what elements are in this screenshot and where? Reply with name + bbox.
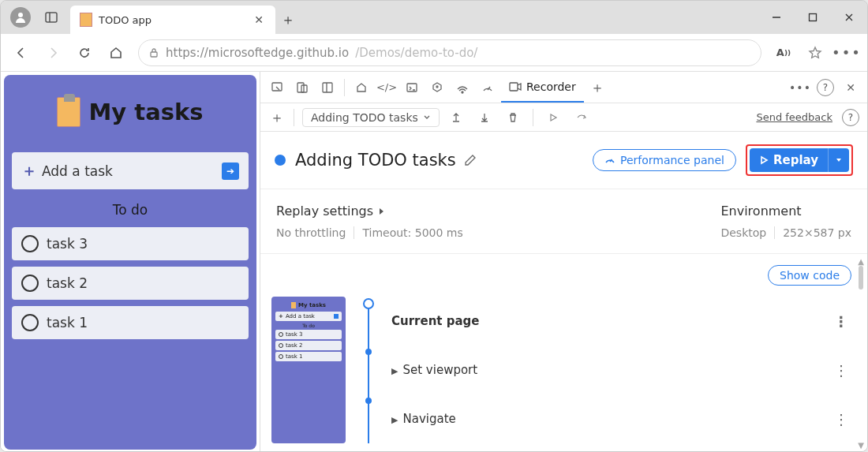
task-item[interactable]: task 1 bbox=[12, 306, 249, 339]
window-controls bbox=[758, 1, 867, 34]
scroll-down-icon[interactable]: ▼ bbox=[858, 441, 864, 450]
step-set-viewport[interactable]: ▶Set viewport ⋮ bbox=[391, 346, 851, 394]
scrollbar[interactable]: ▲ ▼ bbox=[856, 254, 866, 452]
show-code-button[interactable]: Show code bbox=[768, 265, 851, 286]
recorder-tab-label: Recorder bbox=[526, 80, 576, 93]
more-tools-icon[interactable]: ••• bbox=[788, 76, 812, 99]
step-icon[interactable] bbox=[570, 106, 593, 129]
timeout-value: Timeout: 5000 ms bbox=[354, 226, 462, 239]
delete-icon[interactable] bbox=[501, 106, 525, 129]
performance-icon[interactable] bbox=[476, 76, 499, 99]
elements-icon[interactable]: </> bbox=[375, 76, 398, 99]
edit-icon[interactable] bbox=[464, 154, 477, 166]
recorder-body: Show code My tasks +Add a task To do tas… bbox=[260, 254, 867, 452]
svg-rect-9 bbox=[297, 83, 304, 92]
recording-dot-icon bbox=[275, 155, 286, 166]
devtools-panel: </> Recorder ＋ ••• ? ✕ ＋ Adding TODO tas… bbox=[260, 72, 867, 452]
scroll-thumb[interactable] bbox=[859, 266, 863, 290]
step-current-page[interactable]: Current page ⋮ bbox=[391, 297, 851, 346]
new-tab-button[interactable]: ＋ bbox=[275, 6, 301, 34]
help-icon[interactable]: ? bbox=[814, 76, 837, 99]
add-task-input[interactable]: ＋ Add a task ➔ bbox=[12, 152, 249, 189]
play-icon[interactable] bbox=[541, 106, 565, 129]
svg-point-0 bbox=[18, 13, 23, 17]
forward-button bbox=[39, 39, 67, 67]
url-path: /Demos/demo-to-do/ bbox=[355, 46, 477, 60]
inspect-icon[interactable] bbox=[265, 76, 289, 99]
svg-point-14 bbox=[436, 86, 438, 88]
recording-selector[interactable]: Adding TODO tasks bbox=[302, 108, 440, 127]
timeline-track bbox=[357, 297, 380, 443]
back-button[interactable] bbox=[7, 39, 36, 67]
tab-actions-icon[interactable] bbox=[40, 6, 62, 28]
replay-button-highlight: Replay bbox=[746, 144, 853, 176]
maximize-button[interactable] bbox=[795, 1, 831, 34]
task-item[interactable]: task 3 bbox=[12, 227, 249, 260]
home-button[interactable] bbox=[102, 39, 130, 67]
step-menu-icon[interactable]: ⋮ bbox=[831, 313, 851, 330]
svg-rect-7 bbox=[151, 52, 157, 57]
step-navigate[interactable]: ▶Navigate ⋮ bbox=[391, 394, 851, 443]
browser-tab[interactable]: TODO app ✕ bbox=[70, 6, 275, 34]
scroll-up-icon[interactable]: ▲ bbox=[858, 257, 864, 266]
env-size: 252×587 px bbox=[774, 226, 851, 239]
address-bar[interactable]: https://microsoftedge.github.io/Demos/de… bbox=[138, 39, 761, 66]
page-thumbnail: My tasks +Add a task To do task 3 task 2… bbox=[271, 297, 346, 443]
close-window-button[interactable] bbox=[831, 1, 867, 34]
recording-title: Adding TODO tasks bbox=[295, 151, 456, 170]
svg-rect-1 bbox=[46, 13, 57, 22]
replay-dropdown[interactable] bbox=[828, 148, 849, 172]
recorder-tab[interactable]: Recorder bbox=[501, 73, 584, 103]
device-icon[interactable] bbox=[290, 76, 314, 99]
step-menu-icon[interactable]: ⋮ bbox=[831, 411, 851, 428]
task-item[interactable]: task 2 bbox=[12, 267, 249, 300]
task-label: task 3 bbox=[47, 236, 88, 252]
step-menu-icon[interactable]: ⋮ bbox=[831, 362, 851, 379]
submit-arrow-icon[interactable]: ➔ bbox=[222, 162, 239, 180]
add-tab-icon[interactable]: ＋ bbox=[586, 76, 609, 99]
svg-rect-13 bbox=[407, 84, 417, 92]
replay-label: Replay bbox=[773, 153, 818, 167]
recording-header: Adding TODO tasks Performance panel Repl… bbox=[260, 132, 867, 189]
devtools-tabbar: </> Recorder ＋ ••• ? ✕ bbox=[260, 72, 867, 103]
todo-app-panel: My tasks ＋ Add a task ➔ To do task 3 tas… bbox=[4, 75, 256, 450]
welcome-icon[interactable] bbox=[350, 76, 373, 99]
favorite-icon[interactable] bbox=[801, 39, 829, 67]
plus-icon: ＋ bbox=[21, 160, 37, 181]
replay-settings-heading[interactable]: Replay settings bbox=[276, 204, 463, 219]
refresh-button[interactable] bbox=[70, 39, 99, 67]
dock-icon[interactable] bbox=[316, 76, 339, 99]
clipboard-icon bbox=[80, 13, 92, 27]
export-icon[interactable] bbox=[473, 106, 496, 129]
close-devtools-icon[interactable]: ✕ bbox=[839, 76, 862, 99]
minimize-button[interactable] bbox=[758, 1, 795, 34]
sources-icon[interactable] bbox=[425, 76, 449, 99]
add-task-label: Add a task bbox=[42, 163, 217, 179]
app-title: My tasks bbox=[88, 99, 203, 125]
checkbox-icon[interactable] bbox=[21, 314, 39, 331]
svg-rect-16 bbox=[510, 83, 518, 91]
new-recording-icon[interactable]: ＋ bbox=[268, 106, 286, 129]
window-titlebar: TODO app ✕ ＋ bbox=[1, 1, 867, 34]
network-icon[interactable] bbox=[451, 76, 474, 99]
browser-toolbar: https://microsoftedge.github.io/Demos/de… bbox=[1, 34, 867, 72]
checkbox-icon[interactable] bbox=[21, 235, 39, 252]
replay-button[interactable]: Replay bbox=[750, 148, 828, 172]
recording-name: Adding TODO tasks bbox=[311, 111, 418, 124]
task-label: task 1 bbox=[47, 315, 88, 331]
more-icon[interactable]: ••• bbox=[832, 39, 861, 67]
close-tab-icon[interactable]: ✕ bbox=[252, 13, 266, 27]
read-aloud-icon[interactable]: A)) bbox=[769, 39, 798, 67]
performance-panel-button[interactable]: Performance panel bbox=[593, 149, 736, 171]
throttling-value: No throttling bbox=[276, 226, 346, 239]
help-icon[interactable]: ? bbox=[842, 109, 859, 126]
send-feedback-link[interactable]: Send feedback bbox=[756, 111, 832, 123]
clipboard-icon bbox=[57, 97, 80, 127]
lock-icon bbox=[148, 47, 159, 58]
console-icon[interactable] bbox=[400, 76, 424, 99]
checkbox-icon[interactable] bbox=[21, 275, 39, 292]
import-icon[interactable] bbox=[444, 106, 468, 129]
task-label: task 2 bbox=[47, 275, 88, 291]
environment-heading: Environment bbox=[720, 204, 851, 219]
profile-avatar-icon[interactable] bbox=[10, 7, 31, 28]
